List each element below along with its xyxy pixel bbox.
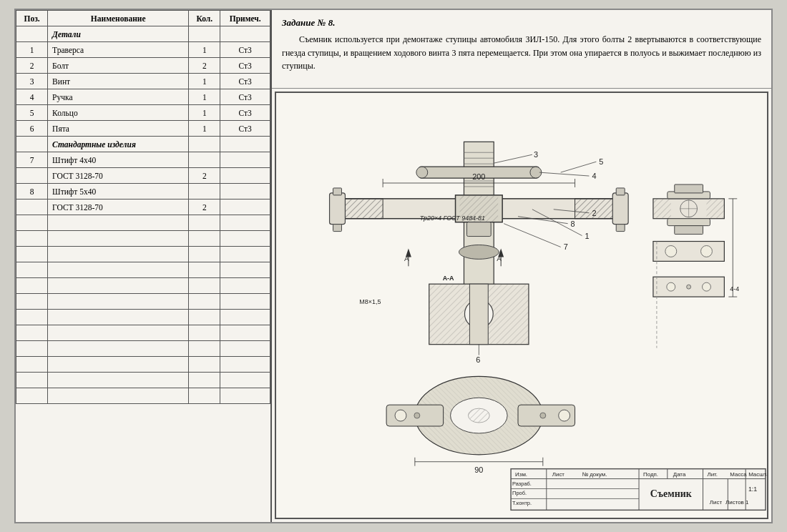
- qty-5: 1: [189, 105, 220, 121]
- dim-200-label: 200: [472, 172, 485, 181]
- table-row: [16, 278, 270, 294]
- section-details-row: Детали: [16, 26, 270, 42]
- sheet-label: Лист: [710, 499, 723, 506]
- label-2: 2: [592, 209, 596, 217]
- svg-point-74: [687, 285, 691, 289]
- m8-label: М8×1,5: [359, 298, 381, 305]
- tb-lit-label: Лит.: [707, 471, 718, 478]
- svg-rect-59: [653, 199, 671, 219]
- name-7b: ГОСТ 3128-70: [48, 168, 189, 184]
- table-row: 6 Пята 1 Ст3: [16, 121, 270, 137]
- label-1: 1: [585, 232, 589, 240]
- pos-7: 7: [16, 152, 48, 168]
- table-row: [16, 310, 270, 325]
- label-8: 8: [571, 220, 575, 228]
- table-row: 2 Болт 2 Ст3: [16, 58, 270, 74]
- sheets-label: Листов 1: [725, 499, 749, 506]
- tb-massa-label: Масса: [730, 471, 747, 478]
- name-7a: Штифт 4х40: [48, 152, 189, 168]
- table-row: 1 Траверса 1 Ст3: [16, 42, 270, 58]
- pos-2: 2: [16, 58, 48, 74]
- svg-line-31: [494, 154, 532, 163]
- dim-90-label: 90: [474, 466, 483, 474]
- section-details-label: Детали: [48, 26, 189, 42]
- label-6: 6: [476, 355, 480, 364]
- pos-5: 5: [16, 105, 48, 121]
- table-row: [16, 373, 270, 388]
- tb-header-izm: Изм.: [515, 471, 527, 478]
- note-5: Ст3: [220, 105, 270, 121]
- header-note: Примеч.: [220, 11, 270, 26]
- thread-label: Тр20×4 ГОСТ 9484-81: [420, 215, 485, 222]
- qty-1: 1: [189, 42, 220, 58]
- section-standard-row: Стандартные изделия: [16, 137, 270, 152]
- svg-line-29: [561, 162, 597, 172]
- table-row: [16, 262, 270, 278]
- qty-4: 1: [189, 89, 220, 105]
- svg-point-72: [667, 282, 675, 291]
- cut-44-label: 4-4: [730, 285, 739, 292]
- scale-value: 1:1: [748, 486, 757, 493]
- table-row: ГОСТ 3128-70 2: [16, 200, 270, 215]
- task-section: Задание № 8. Съемник используется при де…: [272, 10, 771, 89]
- svg-rect-6: [333, 188, 342, 195]
- svg-marker-37: [406, 248, 411, 257]
- tb-header-list: Лист: [552, 471, 565, 478]
- svg-rect-9: [616, 188, 625, 195]
- pos-4: 4: [16, 89, 48, 105]
- svg-rect-62: [675, 184, 703, 193]
- table-row: [16, 215, 270, 231]
- pos-6: 6: [16, 121, 48, 137]
- tb-header-date: Дата: [673, 471, 686, 478]
- table-row: 8 Штифт 5х40: [16, 184, 270, 200]
- svg-point-54: [540, 413, 546, 418]
- svg-rect-5: [330, 193, 346, 225]
- label-5: 5: [599, 157, 603, 166]
- note-2: Ст3: [220, 58, 270, 74]
- label-7: 7: [564, 242, 568, 251]
- svg-line-35: [504, 224, 561, 247]
- header-pos: Поз.: [16, 11, 48, 26]
- drawing-area: 200 5 4 3 2 8 1: [275, 92, 768, 519]
- svg-point-25: [459, 245, 499, 259]
- svg-rect-60: [706, 199, 724, 219]
- table-row: [16, 247, 270, 262]
- svg-point-73: [703, 282, 711, 291]
- table-row: [16, 294, 270, 310]
- name-6: Пята: [48, 121, 189, 137]
- svg-rect-68: [653, 242, 724, 262]
- table-row: 3 Винт 1 Ст3: [16, 74, 270, 89]
- tb-razrab: Разраб.: [512, 481, 532, 487]
- name-8b: ГОСТ 3128-70: [48, 200, 189, 215]
- svg-point-53: [414, 413, 420, 418]
- name-8a: Штифт 5х40: [48, 184, 189, 200]
- label-4: 4: [592, 172, 596, 180]
- page: Поз. Наименование Кол. Примеч. Детали 1: [14, 9, 773, 523]
- tb-header-ndoc: № докум.: [582, 471, 607, 478]
- label-3: 3: [534, 150, 538, 159]
- svg-rect-7: [333, 225, 342, 232]
- table-row: 4 Ручка 1 Ст3: [16, 89, 270, 105]
- tb-tkontr: Т.контр.: [512, 500, 532, 506]
- section-standard-label: Стандартные изделия: [48, 137, 189, 152]
- table-row: [16, 231, 270, 247]
- note-6: Ст3: [220, 121, 270, 137]
- svg-rect-24: [466, 222, 491, 237]
- qty-2: 2: [189, 58, 220, 74]
- svg-line-30: [539, 172, 590, 176]
- drawing-svg: 200 5 4 3 2 8 1: [276, 93, 767, 518]
- header-qty: Кол.: [189, 11, 220, 26]
- name-4: Ручка: [48, 89, 189, 105]
- product-name: Съемник: [650, 488, 692, 499]
- section-aa-title: А-А: [443, 275, 454, 282]
- note-1: Ст3: [220, 42, 270, 58]
- header-name: Наименование: [48, 11, 189, 26]
- right-panel: Задание № 8. Съемник используется при де…: [272, 10, 771, 522]
- note-3: Ст3: [220, 74, 270, 89]
- svg-rect-3: [340, 199, 383, 219]
- svg-rect-10: [616, 225, 625, 232]
- name-1: Траверса: [48, 42, 189, 58]
- svg-point-22: [416, 167, 428, 178]
- table-row: [16, 325, 270, 341]
- svg-point-70: [701, 245, 713, 257]
